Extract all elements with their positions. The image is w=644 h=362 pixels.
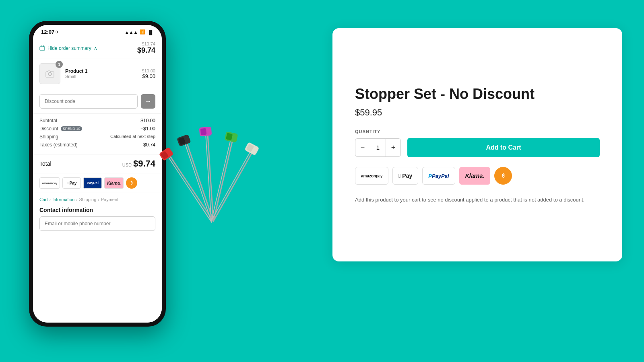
wifi-icon: 📶 <box>140 29 145 35</box>
product-quantity-badge: 1 <box>56 61 63 68</box>
original-total: $10.74 <box>142 41 155 46</box>
current-total: $9.74 <box>137 46 155 55</box>
shipping-label: Shipping <box>39 134 58 140</box>
svg-rect-9 <box>226 133 233 140</box>
product-card-description: Add this product to your cart to see no … <box>355 196 588 204</box>
cart-icon <box>39 45 45 51</box>
total-label: Total <box>39 160 52 167</box>
arrow-right-icon: → <box>145 98 151 105</box>
total-currency: USD <box>122 162 132 167</box>
breadcrumb-sep-2: › <box>76 197 77 202</box>
location-icon: ✈ <box>56 30 59 34</box>
order-shipping-row: Shipping Calculated at next step <box>39 134 155 140</box>
payment-icons-row: amazonpay  Pay PPayPal Klarna. ₿ <box>355 167 600 185</box>
total-value-wrap: USD $9.74 <box>122 158 155 169</box>
amazon-pay-logo: amazonpay <box>39 177 60 189</box>
order-summary-header: Hide order summary ∧ $10.74 $9.74 <box>33 37 162 58</box>
order-total-header: $10.74 $9.74 <box>137 41 155 55</box>
subtotal-value: $10.00 <box>140 118 155 123</box>
product-info: Product 1 Small <box>65 68 137 79</box>
quantity-value: 1 <box>370 139 386 156</box>
discount-section: → <box>33 89 162 114</box>
product-variant: Small <box>65 74 137 79</box>
quantity-increase-button[interactable]: + <box>386 139 400 156</box>
phone-mockup: 12:07 ✈ ▲▲▲ 📶 ▐▌ <box>29 21 166 327</box>
breadcrumb-shipping: Shipping <box>79 197 97 202</box>
payment-logos: amazonpay  Pay PayPal Klarna. ₿ <box>33 173 162 193</box>
breadcrumb-payment: Payment <box>101 197 118 202</box>
quantity-label: QUANTITY <box>355 129 600 134</box>
taxes-value: $0.74 <box>143 142 155 148</box>
klarna-logo: Klarna. <box>104 177 124 189</box>
svg-rect-4 <box>177 134 191 146</box>
total-row: Total USD $9.74 <box>33 154 162 173</box>
chevron-up-icon: ∧ <box>94 45 97 51</box>
svg-rect-10 <box>244 142 259 156</box>
breadcrumb-sep-3: › <box>98 197 99 202</box>
camera-icon <box>45 69 55 78</box>
subtotal-label: Subtotal <box>39 118 57 123</box>
svg-rect-8 <box>225 132 238 143</box>
product-card: Stopper Set - No Discount $59.95 QUANTIT… <box>332 28 622 261</box>
paypal-logo: PayPal <box>83 177 102 189</box>
svg-rect-6 <box>199 127 212 137</box>
breadcrumb-nav: Cart › Information › Shipping › Payment <box>33 193 162 204</box>
breadcrumb-information[interactable]: Information <box>52 197 74 202</box>
product-item: 1 Product 1 Small $10.00 $9.00 <box>33 58 162 89</box>
quantity-control: − 1 + <box>355 138 401 157</box>
phone-screen: 12:07 ✈ ▲▲▲ 📶 ▐▌ <box>33 25 162 323</box>
svg-rect-5 <box>178 137 186 145</box>
time-display: 12:07 <box>41 29 54 35</box>
discount-label: Discount SPEND 10 <box>39 126 82 132</box>
svg-rect-7 <box>200 128 206 135</box>
toggle-label: Hide order summary <box>47 45 91 51</box>
bitcoin-logo: ₿ <box>126 177 137 189</box>
product-price-wrap: $10.00 $9.00 <box>142 68 155 79</box>
product-original-price: $10.00 <box>142 68 155 73</box>
breadcrumb-sep-1: › <box>50 197 51 202</box>
quantity-add-row: − 1 + Add to Cart <box>355 138 600 157</box>
signal-icon: ▲▲▲ <box>125 30 138 35</box>
svg-point-1 <box>48 72 52 76</box>
product-card-title: Stopper Set - No Discount <box>355 85 600 103</box>
phone-content: Hide order summary ∧ $10.74 $9.74 <box>33 37 162 323</box>
breadcrumb-cart[interactable]: Cart <box>39 197 48 202</box>
order-details: Subtotal $10.00 Discount SPEND 10 −$1.00… <box>33 114 162 154</box>
battery-icon: ▐▌ <box>147 30 154 35</box>
status-bar: 12:07 ✈ ▲▲▲ 📶 ▐▌ <box>33 25 162 37</box>
taxes-label: Taxes (estimated) <box>39 142 78 148</box>
discount-input[interactable] <box>39 94 138 109</box>
email-input[interactable] <box>39 216 155 231</box>
product-image-wrap: 1 <box>39 63 60 84</box>
svg-rect-0 <box>40 47 45 50</box>
discount-apply-button[interactable]: → <box>141 94 155 109</box>
order-subtotal-row: Subtotal $10.00 <box>39 118 155 123</box>
order-discount-row: Discount SPEND 10 −$1.00 <box>39 126 155 132</box>
contact-title: Contact information <box>39 207 155 213</box>
paypal-icon: PPayPal <box>422 167 455 185</box>
status-time: 12:07 ✈ <box>41 29 59 35</box>
status-icons: ▲▲▲ 📶 ▐▌ <box>125 29 154 35</box>
quantity-decrease-button[interactable]: − <box>355 139 370 156</box>
plus-icon: + <box>391 144 396 152</box>
add-to-cart-label: Add to Cart <box>486 144 521 151</box>
add-to-cart-button[interactable]: Add to Cart <box>407 138 600 157</box>
product-card-price: $59.95 <box>355 107 600 118</box>
svg-rect-11 <box>246 144 254 152</box>
apple-pay-icon:  Pay <box>392 167 418 185</box>
discount-value: −$1.00 <box>140 126 155 132</box>
minus-icon: − <box>361 144 365 152</box>
discount-code-badge: SPEND 10 <box>61 126 83 131</box>
order-summary-toggle[interactable]: Hide order summary ∧ <box>39 45 97 51</box>
bitcoin-icon: ₿ <box>494 167 512 185</box>
total-price: $9.74 <box>133 158 155 169</box>
product-name: Product 1 <box>65 68 137 74</box>
apple-pay-logo:  Pay <box>62 177 81 189</box>
order-taxes-row: Taxes (estimated) $0.74 <box>39 142 155 148</box>
product-price: $9.00 <box>142 73 155 79</box>
amazon-pay-icon: amazonpay <box>355 167 388 185</box>
shipping-value: Calculated at next step <box>110 134 155 140</box>
contact-section: Contact information <box>33 204 162 236</box>
phone-frame: 12:07 ✈ ▲▲▲ 📶 ▐▌ <box>29 21 166 327</box>
klarna-icon: Klarna. <box>459 167 490 185</box>
